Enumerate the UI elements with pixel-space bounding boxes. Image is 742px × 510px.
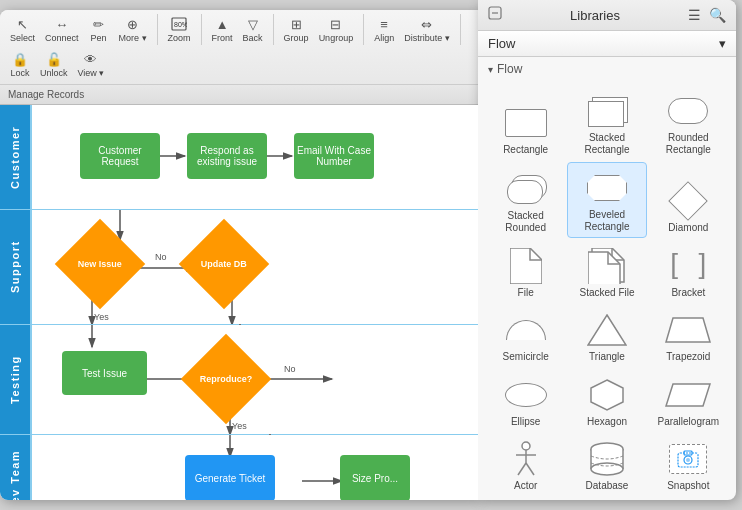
snapshot-shape-preview bbox=[663, 441, 713, 477]
file-shape[interactable]: File bbox=[486, 240, 565, 303]
select-button[interactable]: ↖ Select bbox=[6, 14, 39, 45]
lane-label-customer: Customer bbox=[0, 105, 30, 209]
toolbar-group-zoom: 80% Zoom bbox=[164, 14, 202, 45]
snapshot-icon bbox=[669, 444, 707, 474]
triangle-shape[interactable]: Triangle bbox=[567, 305, 646, 368]
rectangle-shape-preview bbox=[501, 105, 551, 141]
generate-ticket-shape[interactable]: Generate Ticket bbox=[185, 455, 275, 500]
distribute-button[interactable]: ⇔ Distribute ▾ bbox=[400, 14, 454, 45]
lib-header-title: Libraries bbox=[502, 8, 688, 23]
stacked-rectangle-label: Stacked Rectangle bbox=[571, 132, 642, 156]
beveled-rectangle-shape-preview bbox=[582, 170, 632, 206]
rectangle-shape[interactable]: Rectangle bbox=[486, 85, 565, 160]
lib-dropdown[interactable]: Flow ▾ bbox=[478, 31, 736, 57]
reproduce-shape[interactable]: Reproduce? bbox=[181, 334, 272, 425]
panel-minimize-icon[interactable] bbox=[488, 6, 502, 24]
manage-records-bar: Manage Records bbox=[0, 85, 478, 105]
chevron-down-icon: ▾ bbox=[719, 36, 726, 51]
ungroup-icon: ⊟ bbox=[327, 16, 345, 32]
respond-existing-shape[interactable]: Respond as existing issue bbox=[187, 133, 267, 179]
triangle-icon bbox=[587, 314, 627, 346]
customer-request-label: Customer Request bbox=[80, 145, 160, 167]
trapezoid-shape-preview bbox=[663, 312, 713, 348]
more-button[interactable]: ⊕ More ▾ bbox=[115, 14, 151, 45]
group-icon: ⊞ bbox=[287, 16, 305, 32]
zoom-label: Zoom bbox=[168, 33, 191, 43]
stacked-rectangle-icon bbox=[588, 97, 626, 125]
file-label: File bbox=[518, 287, 534, 299]
toolbar-group-lock: 🔒 Lock 🔓 Unlock 👁 View ▾ bbox=[6, 49, 114, 80]
hexagon-shape[interactable]: Hexagon bbox=[567, 369, 646, 432]
stacked-file-shape[interactable]: Stacked File bbox=[567, 240, 646, 303]
diamond-shape-preview bbox=[663, 183, 713, 219]
distribute-icon: ⇔ bbox=[418, 16, 436, 32]
lock-button[interactable]: 🔒 Lock bbox=[6, 49, 34, 80]
lib-dropdown-label: Flow bbox=[488, 36, 515, 51]
group-button[interactable]: ⊞ Group bbox=[280, 14, 313, 45]
diamond-icon bbox=[669, 181, 709, 221]
back-button[interactable]: ▽ Back bbox=[239, 14, 267, 45]
reproduce-label: Reproduce? bbox=[200, 374, 253, 385]
rounded-rectangle-shape-preview bbox=[663, 93, 713, 129]
snapshot-shape[interactable]: Snapshot bbox=[649, 434, 728, 497]
email-case-shape[interactable]: Email With Case Number bbox=[294, 133, 374, 179]
toolbar-group-select: ↖ Select ↔ Connect ✏ Pen ⊕ More ▾ bbox=[6, 14, 158, 45]
triangle-label: Triangle bbox=[589, 351, 625, 363]
diamond-shape[interactable]: Diamond bbox=[649, 162, 728, 239]
stacked-rounded-shape[interactable]: Stacked Rounded bbox=[486, 162, 565, 239]
rounded-rectangle-icon bbox=[668, 98, 708, 124]
svg-line-45 bbox=[518, 463, 526, 475]
bracket-shape[interactable]: Bracket bbox=[649, 240, 728, 303]
ellipse-shape[interactable]: Ellipse bbox=[486, 369, 565, 432]
distribute-label: Distribute ▾ bbox=[404, 33, 450, 43]
select-label: Select bbox=[10, 33, 35, 43]
semicircle-shape-preview bbox=[501, 312, 551, 348]
lib-section-header: ▾ Flow bbox=[478, 57, 736, 81]
unlock-button[interactable]: 🔓 Unlock bbox=[36, 49, 72, 80]
search-icon[interactable]: 🔍 bbox=[709, 7, 726, 23]
database-icon bbox=[589, 442, 625, 476]
front-label: Front bbox=[212, 33, 233, 43]
test-issue-shape[interactable]: Test Issue bbox=[62, 351, 147, 395]
stacked-rounded-label: Stacked Rounded bbox=[490, 210, 561, 234]
svg-text:80%: 80% bbox=[174, 21, 187, 28]
trapezoid-shape[interactable]: Trapezoid bbox=[649, 305, 728, 368]
update-db-shape[interactable]: Update DB bbox=[179, 219, 270, 310]
file-shape-preview bbox=[501, 248, 551, 284]
actor-shape[interactable]: Actor bbox=[486, 434, 565, 497]
lock-label: Lock bbox=[10, 68, 29, 78]
database-shape[interactable]: Database bbox=[567, 434, 646, 497]
collapse-icon[interactable]: ▾ bbox=[488, 64, 493, 75]
diagram-panel: ↖ Select ↔ Connect ✏ Pen ⊕ More ▾ bbox=[0, 10, 478, 500]
respond-existing-label: Respond as existing issue bbox=[187, 145, 267, 167]
connect-button[interactable]: ↔ Connect bbox=[41, 14, 83, 45]
bracket-shape-preview bbox=[663, 248, 713, 284]
align-button[interactable]: ≡ Align bbox=[370, 14, 398, 45]
svg-text:Yes: Yes bbox=[232, 421, 247, 431]
semicircle-shape[interactable]: Semicircle bbox=[486, 305, 565, 368]
svg-marker-40 bbox=[591, 380, 623, 410]
toolbar-group-align: ≡ Align ⇔ Distribute ▾ bbox=[370, 14, 461, 45]
pen-button[interactable]: ✏ Pen bbox=[85, 14, 113, 45]
rounded-rectangle-shape[interactable]: Rounded Rectangle bbox=[649, 85, 728, 160]
parallelogram-shape[interactable]: Parallelogram bbox=[649, 369, 728, 432]
connect-label: Connect bbox=[45, 33, 79, 43]
zoom-icon: 80% bbox=[170, 16, 188, 32]
bracket-icon bbox=[670, 253, 706, 279]
front-button[interactable]: ▲ Front bbox=[208, 14, 237, 45]
svg-marker-41 bbox=[666, 384, 710, 406]
toolbar: ↖ Select ↔ Connect ✏ Pen ⊕ More ▾ bbox=[0, 10, 478, 85]
stacked-rectangle-shape[interactable]: Stacked Rectangle bbox=[567, 85, 646, 160]
stacked-rounded-icon bbox=[507, 175, 545, 203]
new-issue-shape[interactable]: New Issue bbox=[55, 219, 146, 310]
menu-icon[interactable]: ☰ bbox=[688, 7, 701, 23]
snapshot-label: Snapshot bbox=[667, 480, 709, 492]
semicircle-icon bbox=[506, 320, 546, 340]
zoom-button[interactable]: 80% Zoom bbox=[164, 14, 195, 45]
size-pro-shape[interactable]: Size Pro... bbox=[340, 455, 410, 500]
ungroup-button[interactable]: ⊟ Ungroup bbox=[315, 14, 358, 45]
view-button[interactable]: 👁 View ▾ bbox=[74, 49, 109, 80]
beveled-rectangle-shape[interactable]: Beveled Rectangle bbox=[567, 162, 646, 239]
lib-header-actions: ☰ 🔍 bbox=[688, 7, 726, 23]
customer-request-shape[interactable]: Customer Request bbox=[80, 133, 160, 179]
